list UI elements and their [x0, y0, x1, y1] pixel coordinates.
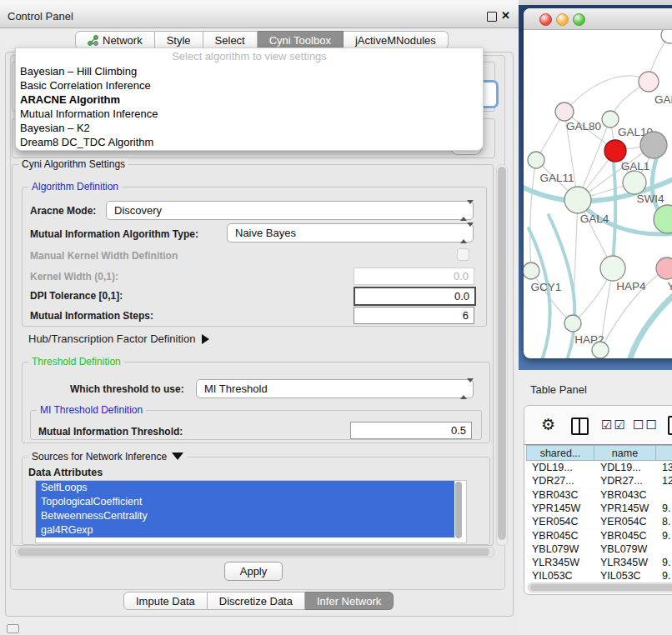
scrollbar-thumb[interactable] — [530, 584, 672, 591]
network-view[interactable]: GALGAL80GAL10GAL1GAL11SWI4GAL4GCY1HAP4YH… — [524, 30, 672, 358]
close-button[interactable] — [539, 13, 552, 26]
network-node-gal[interactable] — [639, 72, 659, 92]
network-node-gal1[interactable] — [623, 171, 646, 194]
network-node-gal11[interactable] — [528, 152, 544, 168]
sources-group-title[interactable]: Sources for Network Inference — [28, 451, 187, 462]
aracne-mode-combo[interactable]: Discovery — [106, 201, 474, 220]
data-attribute-item[interactable]: BetweennessCentrality — [36, 509, 454, 523]
scrollbar-thumb[interactable] — [498, 167, 506, 540]
algorithm-dropdown-list: Select algorithm to view settings Bayesi… — [15, 48, 484, 151]
algorithm-option[interactable]: Bayesian – Hill Climbing — [16, 64, 483, 78]
close-icon[interactable]: ✕ — [501, 9, 510, 22]
network-node-gal80[interactable] — [555, 102, 574, 121]
tab-infer-network[interactable]: Infer Network — [305, 592, 394, 610]
table-row[interactable]: YBR045CYBR045C9. — [526, 530, 672, 543]
table-cell: YBR043C — [526, 489, 594, 502]
node-label: GAL — [654, 93, 672, 106]
network-edge[interactable] — [530, 160, 536, 271]
table-cell: YER054C — [526, 516, 594, 529]
data-attribute-item[interactable]: gal4RGexp — [36, 523, 454, 538]
control-panel-tabs: NetworkStyleSelectCyni ToolboxjActiveMNo… — [75, 31, 449, 49]
float-window-icon[interactable] — [487, 12, 497, 22]
apply-button[interactable]: Apply — [224, 562, 283, 581]
minimize-button[interactable] — [556, 13, 569, 26]
checked-checkboxes-icon[interactable]: ☑☑ — [601, 418, 627, 432]
algorithm-option[interactable]: Mutual Information Inference — [16, 107, 483, 121]
document-icon[interactable] — [668, 416, 672, 435]
table-row[interactable]: YPR145WYPR145W9. — [526, 502, 672, 516]
tab-style[interactable]: Style — [155, 31, 203, 49]
table-cell: YPR145W — [594, 502, 656, 516]
collapsed-panel-icon[interactable] — [7, 624, 19, 633]
mi-type-value: Naive Bayes — [235, 227, 296, 239]
data-attributes-label: Data Attributes — [28, 467, 103, 478]
network-node-hap2[interactable] — [564, 315, 581, 332]
algorithm-option[interactable]: Bayesian – K2 — [16, 121, 483, 135]
network-window: GALGAL80GAL10GAL1GAL11SWI4GAL4GCY1HAP4YH… — [524, 8, 672, 358]
network-edge[interactable] — [564, 76, 649, 112]
table-row[interactable]: YDR27...YDR27...12 — [526, 475, 672, 488]
table-row[interactable]: YDL19...YDL19...13 — [526, 462, 672, 475]
network-edge[interactable] — [531, 271, 573, 323]
settings-horizontal-scrollbar[interactable] — [15, 547, 495, 558]
table-horizontal-scrollbar[interactable] — [528, 582, 672, 592]
algorithm-option[interactable]: Dream8 DC_TDC Algorithm — [16, 135, 483, 149]
zoom-button[interactable] — [573, 13, 585, 26]
tab-discretize-data[interactable]: Discretize Data — [208, 592, 305, 610]
table-cell: YIL053C — [526, 570, 594, 583]
mi-type-combo[interactable]: Naive Bayes — [227, 223, 474, 242]
settings-vertical-scrollbar[interactable] — [496, 164, 508, 546]
table-row[interactable]: YBR043CYBR043C — [526, 489, 672, 502]
network-node-gcy1[interactable] — [524, 262, 539, 279]
threshold-definition-title: Threshold Definition — [28, 356, 124, 368]
node-label: Y — [667, 280, 672, 292]
tab-cyni-toolbox[interactable]: Cyni Toolbox — [258, 31, 344, 49]
tab-label: jActiveMNodules — [355, 34, 436, 47]
network-node[interactable] — [604, 140, 626, 162]
stepper-icon — [460, 204, 467, 217]
column-header-shared[interactable]: shared... — [526, 445, 594, 461]
mi-steps-field[interactable]: 6 — [354, 307, 474, 324]
network-node-gal10[interactable] — [602, 111, 619, 128]
table-row[interactable]: YER054CYER054C8. — [526, 516, 672, 529]
split-columns-icon[interactable] — [571, 418, 589, 435]
mi-threshold-field[interactable]: 0.5 — [350, 422, 472, 439]
tab-impute-data[interactable]: Impute Data — [123, 592, 208, 610]
unchecked-checkboxes-icon[interactable]: ☐☐ — [633, 418, 659, 432]
tab-label: Cyni Toolbox — [269, 34, 331, 47]
dpi-tolerance-label: DPI Tolerance [0,1]: — [30, 290, 123, 302]
data-attribute-item[interactable]: SelfLoops — [36, 481, 454, 495]
scrollbar-thumb[interactable] — [18, 548, 489, 556]
data-attribute-item[interactable]: TopologicalCoefficient — [36, 495, 454, 509]
table-cell: 9. — [656, 557, 672, 570]
gear-icon[interactable]: ⚙ — [541, 415, 555, 434]
network-graph: GALGAL80GAL10GAL1GAL11SWI4GAL4GCY1HAP4YH… — [524, 30, 672, 358]
attributes-scrollbar[interactable] — [454, 482, 463, 540]
network-node[interactable] — [640, 132, 667, 158]
algorithm-option[interactable]: ARACNE Algorithm — [16, 92, 483, 107]
hub-definition-toggle[interactable]: Hub/Transcription Factor Definition — [28, 332, 209, 345]
column-header-name[interactable]: name — [594, 445, 656, 461]
column-header-a[interactable]: A — [656, 445, 672, 461]
dpi-tolerance-field[interactable]: 0.0 — [354, 287, 476, 306]
scrollbar-thumb[interactable] — [455, 482, 462, 538]
network-node-hap4[interactable] — [600, 256, 625, 281]
node-label: GCY1 — [531, 281, 562, 293]
table-row[interactable]: YIL053CYIL053C9. — [526, 570, 672, 583]
tab-jactivemnodules[interactable]: jActiveMNodules — [344, 31, 449, 49]
tab-select[interactable]: Select — [203, 31, 258, 49]
manual-kernel-checkbox[interactable] — [457, 248, 469, 261]
network-node-gal4[interactable] — [564, 187, 591, 213]
algorithm-option[interactable]: Basic Correlation Inference — [16, 78, 483, 92]
network-edge-highlighted[interactable] — [613, 162, 615, 267]
tab-network[interactable]: Network — [75, 31, 155, 49]
table-row[interactable]: YBL079WYBL079W — [526, 543, 672, 557]
kernel-width-field[interactable]: 0.0 — [354, 268, 474, 285]
network-node[interactable] — [592, 342, 609, 358]
network-node[interactable] — [661, 30, 672, 43]
network-node-y[interactable] — [656, 258, 672, 279]
tab-label: Infer Network — [317, 595, 381, 608]
table-row[interactable]: YLR345WYLR345W9. — [526, 557, 672, 570]
which-threshold-combo[interactable]: MI Threshold — [196, 379, 474, 398]
table-header: shared...nameA — [526, 445, 672, 461]
